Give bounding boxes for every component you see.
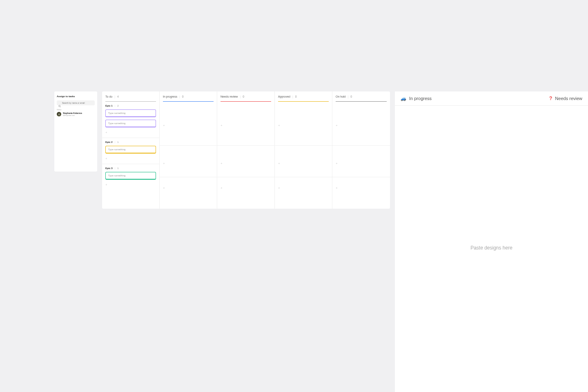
svg-line-1 <box>60 107 61 107</box>
assign-panel-title: Assign to tasks <box>57 95 95 98</box>
divider: | <box>292 95 293 98</box>
empty-cell: + <box>217 102 274 146</box>
column-count: 4 <box>117 95 119 98</box>
column-needs-review: Needs review | 0 + + + <box>217 91 275 209</box>
paste-drop-area[interactable]: Paste designs here <box>395 106 588 390</box>
column-header[interactable]: Needs review | 0 <box>217 91 274 101</box>
online-label: Online <box>57 109 95 111</box>
add-card-button[interactable]: + <box>220 183 223 193</box>
add-card-button[interactable]: + <box>336 158 338 169</box>
add-card-button[interactable]: + <box>336 120 338 131</box>
column-count: 0 <box>243 95 244 98</box>
empty-cell: + <box>160 146 217 177</box>
column-todo: To do | 4 Epic 1 | 2 Type something Type… <box>102 91 160 209</box>
svg-point-0 <box>59 105 60 107</box>
add-card-button[interactable]: + <box>220 158 223 169</box>
add-card-button[interactable]: + <box>336 183 338 193</box>
column-approved: Approved | 0 + + + <box>275 91 332 209</box>
empty-cell: + <box>332 146 390 177</box>
empty-cell: + <box>275 177 332 199</box>
divider: | <box>114 95 115 98</box>
column-title: Approved <box>278 95 290 98</box>
add-card-button[interactable]: + <box>163 158 165 169</box>
user-info: Stephania Kolarova sk37@miro.com <box>63 112 82 116</box>
add-card-button[interactable]: + <box>220 120 223 131</box>
empty-cell: + <box>332 177 390 199</box>
divider: | <box>240 95 241 98</box>
status-label: Needs review <box>555 96 582 101</box>
divider: | <box>348 95 349 98</box>
epic-section: Epic 2 | 1 Type something + <box>102 138 159 164</box>
epic-count: 2 <box>117 105 118 107</box>
divider: | <box>115 167 116 169</box>
epic-header[interactable]: Epic 2 | 1 <box>105 141 156 143</box>
task-card[interactable]: Type something <box>105 109 156 117</box>
epic-header[interactable]: Epic 1 | 2 <box>105 105 156 107</box>
search-input[interactable] <box>62 102 93 104</box>
empty-cell: + <box>160 177 217 199</box>
add-card-button[interactable]: + <box>105 130 156 138</box>
user-email: sk37@miro.com <box>63 114 82 116</box>
add-card-button[interactable]: + <box>278 158 280 169</box>
column-header[interactable]: Approved | 0 <box>275 91 332 101</box>
column-title: To do <box>105 95 112 98</box>
status-label: In progress <box>409 96 432 101</box>
question-icon: ? <box>549 96 552 101</box>
empty-cell: + <box>217 177 274 199</box>
designs-panel: 🚙 In progress ? Needs review Paste desig… <box>395 91 588 392</box>
epic-title: Epic 1 <box>105 105 113 107</box>
empty-cell: + <box>160 102 217 146</box>
search-box[interactable] <box>57 100 95 105</box>
status-tab-needs-review[interactable]: ? Needs review <box>549 96 582 101</box>
divider: | <box>179 95 180 98</box>
column-in-progress: In progress | 0 + + + <box>160 91 217 209</box>
empty-cell: + <box>332 102 390 146</box>
car-icon: 🚙 <box>401 96 406 101</box>
epic-count: 1 <box>117 167 118 169</box>
column-count: 0 <box>295 95 297 98</box>
add-card-button[interactable]: + <box>105 182 156 190</box>
add-card-button[interactable]: + <box>163 120 165 131</box>
search-icon <box>58 102 61 104</box>
assign-to-tasks-panel: Assign to tasks Online A Stephania Kolar… <box>54 91 97 172</box>
epic-title: Epic 3 <box>105 167 113 169</box>
epic-count: 1 <box>117 141 118 143</box>
designs-panel-header: 🚙 In progress ? Needs review <box>395 91 588 106</box>
column-title: In progress <box>163 95 177 98</box>
column-header[interactable]: In progress | 0 <box>160 91 217 101</box>
avatar: A <box>57 112 61 116</box>
divider: | <box>115 105 116 107</box>
paste-placeholder: Paste designs here <box>470 245 512 251</box>
add-card-button[interactable]: + <box>278 183 280 193</box>
add-card-button[interactable]: + <box>163 183 165 193</box>
epic-header[interactable]: Epic 3 | 1 <box>105 167 156 169</box>
status-tab-in-progress[interactable]: 🚙 In progress <box>401 96 432 101</box>
column-on-hold: On hold | 0 + + + <box>332 91 390 209</box>
empty-cell: + <box>217 146 274 177</box>
empty-cell: + <box>275 102 332 146</box>
column-title: On hold <box>336 95 346 98</box>
kanban-board: To do | 4 Epic 1 | 2 Type something Type… <box>102 91 390 209</box>
add-card-button[interactable]: + <box>105 156 156 164</box>
column-header[interactable]: On hold | 0 <box>332 91 390 101</box>
epic-section: Epic 3 | 1 Type something + <box>102 164 159 190</box>
epic-section: Epic 1 | 2 Type something Type something… <box>102 102 159 138</box>
divider: | <box>115 141 116 143</box>
column-header[interactable]: To do | 4 <box>102 91 159 101</box>
add-card-button[interactable]: + <box>278 120 280 131</box>
column-count: 0 <box>350 95 352 98</box>
column-title: Needs review <box>220 95 238 98</box>
task-card[interactable]: Type something <box>105 120 156 127</box>
task-card[interactable]: Type something <box>105 146 156 154</box>
epic-title: Epic 2 <box>105 141 113 143</box>
task-card[interactable]: Type something <box>105 172 156 180</box>
column-count: 0 <box>182 95 184 98</box>
empty-cell: + <box>275 146 332 177</box>
user-row[interactable]: A Stephania Kolarova sk37@miro.com <box>57 112 95 116</box>
